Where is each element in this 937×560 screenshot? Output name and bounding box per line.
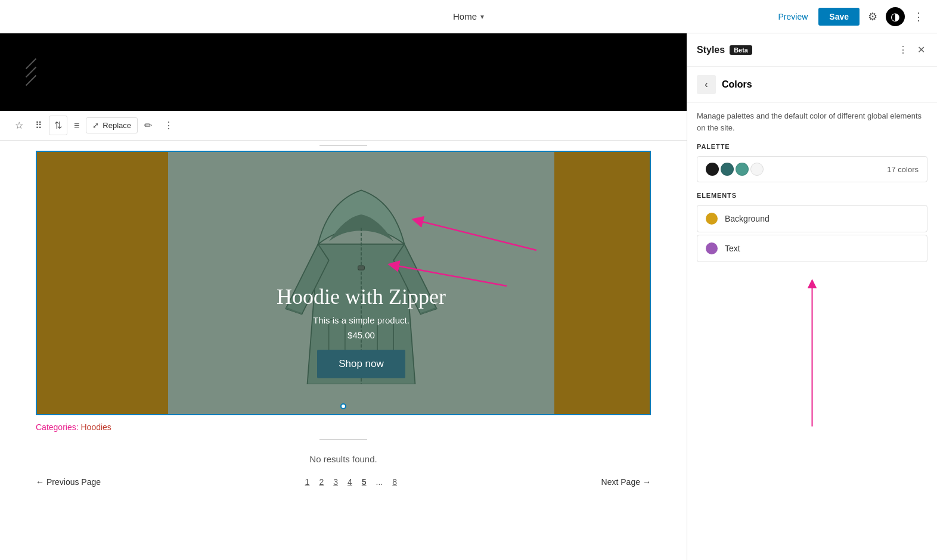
arrows-svg: [687, 272, 937, 450]
top-bar-center: Home ▾: [453, 11, 484, 21]
page-ellipsis: ...: [373, 476, 387, 488]
panel-more-button[interactable]: ⋮: [896, 42, 910, 58]
background-label: Background: [725, 214, 770, 223]
black-strip: [0, 33, 687, 111]
carousel-dot: [340, 403, 346, 409]
chevron-down-icon: ▾: [480, 13, 484, 21]
top-separator: [319, 145, 367, 146]
top-separator-container: [0, 141, 687, 151]
pagination: ← Previous Page 1 2 3 4 5 ... 8 Next Pag…: [0, 469, 687, 502]
palette-section: PALETTE 17 colors: [687, 143, 937, 192]
styles-panel: Styles Beta ⋮ ✕ ‹ Colors Manage palettes…: [687, 33, 937, 560]
back-button[interactable]: ‹: [697, 75, 716, 94]
next-page-label: Next Page: [601, 477, 640, 487]
next-arrow-icon: →: [643, 477, 651, 487]
shop-now-button[interactable]: Shop now: [317, 350, 405, 378]
star-icon: ☆: [15, 120, 23, 131]
palette-label: PALETTE: [697, 143, 927, 150]
transform-icon: ⤢: [92, 121, 99, 130]
align-toolbar-btn[interactable]: ≡: [69, 116, 85, 135]
colors-nav: ‹ Colors: [687, 67, 937, 103]
elements-section: ELEMENTS Background Text: [687, 192, 937, 272]
colors-nav-title: Colors: [722, 79, 752, 90]
product-price: $45.00: [260, 330, 463, 340]
next-page-link[interactable]: Next Page →: [601, 477, 651, 487]
product-center: Hoodie with Zipper This is a simple prod…: [168, 152, 554, 414]
categories-label: Categories:: [36, 422, 79, 432]
pen-toolbar-btn[interactable]: ✏: [139, 116, 157, 135]
swatch-black: [706, 163, 719, 176]
more-toolbar-btn[interactable]: ⋮: [159, 116, 179, 135]
categories-link[interactable]: Hoodies: [80, 422, 111, 432]
prev-page-link[interactable]: ← Previous Page: [36, 477, 101, 487]
product-block: Hoodie with Zipper This is a simple prod…: [36, 151, 651, 415]
arrows-toolbar-btn[interactable]: ⇅: [49, 116, 67, 135]
swatch-light: [750, 163, 764, 176]
panel-title: Styles: [697, 45, 725, 55]
replace-label: Replace: [103, 121, 131, 130]
categories-section: Categories: Hoodies: [0, 415, 687, 434]
topbar-more-button[interactable]: ⋮: [910, 7, 927, 27]
pagination-numbers: 1 2 3 4 5 ... 8: [302, 476, 401, 488]
top-bar: Home ▾ Preview Save ⚙ ◑ ⋮: [0, 0, 937, 33]
beta-badge: Beta: [730, 45, 752, 55]
svg-rect-1: [358, 266, 365, 270]
panel-header-left: Styles Beta: [697, 45, 752, 55]
no-results-message: No results found.: [0, 444, 687, 469]
colors-description: Manage palettes and the default color of…: [687, 103, 937, 143]
page-2[interactable]: 2: [315, 476, 327, 488]
product-title: Hoodie with Zipper: [260, 284, 463, 309]
side-panel-right: [554, 152, 650, 414]
side-panel-left: [37, 152, 168, 414]
palette-swatches: [706, 163, 764, 176]
block-toolbar: ☆ ⠿ ⇅ ≡ ⤢ Replace ✏ ⋮: [0, 111, 687, 141]
arrows-icon: ⇅: [54, 120, 62, 131]
text-color-dot: [706, 242, 718, 254]
page-1[interactable]: 1: [302, 476, 314, 488]
more-icon: ⋮: [164, 120, 173, 131]
prev-arrow-icon: ←: [36, 477, 44, 487]
panel-header-right: ⋮ ✕: [896, 42, 927, 58]
page-5-current[interactable]: 5: [358, 476, 370, 488]
dark-mode-button[interactable]: ◑: [886, 7, 905, 26]
background-element[interactable]: Background: [697, 205, 927, 232]
colors-section: ‹ Colors Manage palettes and the default…: [687, 67, 937, 272]
grid-toolbar-btn[interactable]: ⠿: [30, 116, 48, 135]
swatch-teal: [721, 163, 734, 176]
page-3[interactable]: 3: [330, 476, 342, 488]
diagonal-lines-decoration: [24, 63, 38, 81]
text-element[interactable]: Text: [697, 235, 927, 262]
product-info: Hoodie with Zipper This is a simple prod…: [260, 284, 463, 378]
palette-row[interactable]: 17 colors: [697, 156, 927, 182]
swatch-green: [736, 163, 749, 176]
align-icon: ≡: [74, 120, 79, 131]
star-toolbar-btn[interactable]: ☆: [10, 116, 29, 135]
replace-button[interactable]: ⤢ Replace: [86, 117, 138, 133]
product-block-inner: Hoodie with Zipper This is a simple prod…: [37, 152, 650, 414]
top-bar-right: Preview Save ⚙ ◑ ⋮: [772, 7, 928, 27]
page-8[interactable]: 8: [389, 476, 401, 488]
page-4[interactable]: 4: [344, 476, 356, 488]
bottom-separator-container: [0, 434, 687, 444]
grid-icon: ⠿: [35, 120, 42, 131]
product-description: This is a simple product.: [260, 315, 463, 325]
background-color-dot: [706, 213, 718, 225]
bottom-separator: [319, 439, 367, 440]
pen-icon: ✏: [144, 120, 152, 131]
preview-button[interactable]: Preview: [772, 8, 814, 25]
text-label: Text: [725, 244, 740, 253]
palette-count: 17 colors: [887, 165, 919, 174]
prev-page-label: Previous Page: [46, 477, 101, 487]
elements-label: ELEMENTS: [697, 192, 927, 199]
main-layout: ☆ ⠿ ⇅ ≡ ⤢ Replace ✏ ⋮: [0, 33, 937, 560]
arrows-annotation-area: [687, 272, 937, 560]
content-area: ☆ ⠿ ⇅ ≡ ⤢ Replace ✏ ⋮: [0, 33, 687, 560]
home-label: Home: [453, 11, 477, 21]
save-button[interactable]: Save: [818, 8, 860, 26]
panel-close-button[interactable]: ✕: [915, 42, 927, 58]
panel-header: Styles Beta ⋮ ✕: [687, 33, 937, 67]
settings-button[interactable]: ⚙: [864, 7, 881, 27]
